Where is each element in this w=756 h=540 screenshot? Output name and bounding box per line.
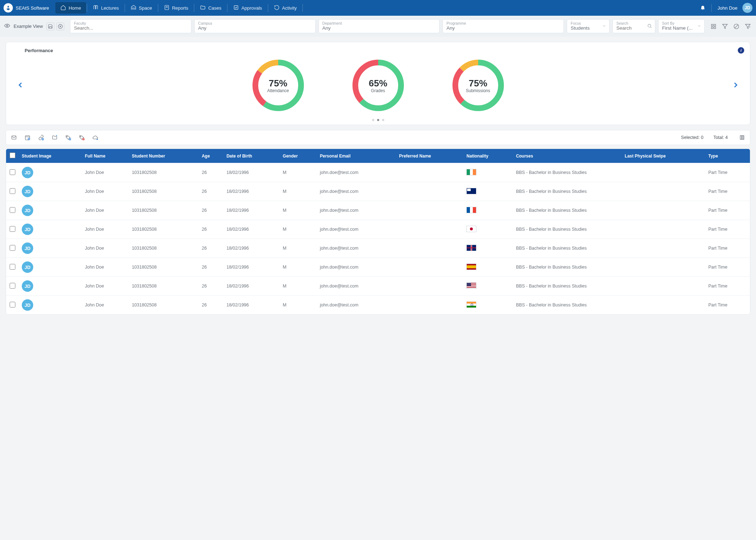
cell-student-number: 1031802508 [129,182,199,201]
row-checkbox[interactable] [10,245,15,251]
row-checkbox[interactable] [10,207,15,213]
filter-label: Faculty [74,21,187,25]
calendar-add-action-icon[interactable] [25,135,30,140]
nav-lectures[interactable]: Lectures [88,2,124,14]
svg-marker-17 [722,24,727,29]
col-header[interactable]: Last Physical Swipe [622,149,705,163]
search-input[interactable] [616,25,651,31]
col-header[interactable]: Full Name [82,149,129,163]
svg-point-42 [67,136,67,137]
students-table: Student ImageFull NameStudent NumberAgeD… [6,149,750,315]
link-add-action-icon[interactable] [38,135,44,140]
carousel-prev-button[interactable] [12,79,28,92]
filter-focus[interactable]: Focus Students [567,19,610,33]
user-avatar[interactable]: JD [742,3,752,13]
table-row[interactable]: JD John Doe 1031802508 26 18/02/1996 M j… [6,277,750,296]
nav-home[interactable]: Home [55,2,86,14]
row-checkbox[interactable] [10,283,15,289]
row-checkbox[interactable] [10,188,15,194]
visibility-icon[interactable] [4,23,10,30]
svg-line-12 [651,27,652,28]
carousel-dot[interactable] [377,119,379,121]
save-view-button[interactable] [46,22,54,30]
donut-attendance: 75% Attendance [250,57,307,114]
cell-preferred-name [396,163,464,182]
tag-add-action-icon[interactable] [65,135,71,140]
nav-activity[interactable]: Activity [269,2,302,14]
bell-icon[interactable] [700,5,706,11]
faculty-search-input[interactable] [74,25,187,31]
cell-gender: M [280,201,317,220]
col-header[interactable]: Type [705,149,750,163]
filter-search[interactable]: Search [612,19,655,33]
cell-nationality [464,201,513,220]
nav-approvals[interactable]: Approvals [228,2,267,14]
row-checkbox[interactable] [10,226,15,232]
advanced-filter-icon[interactable] [744,22,752,30]
filter-department[interactable]: Department Any [319,19,440,33]
carousel-dot[interactable] [372,119,374,121]
filter-sort[interactable]: Sort By First Name (... [658,19,705,33]
select-all-checkbox[interactable] [10,152,15,158]
info-icon[interactable]: i [738,47,744,54]
nav-space[interactable]: Space [126,2,157,14]
col-header[interactable]: Student Image [19,149,82,163]
student-avatar: JD [22,186,33,197]
table-row[interactable]: JD John Doe 1031802508 26 18/02/1996 M j… [6,201,750,220]
col-header[interactable]: Personal Email [317,149,396,163]
cell-gender: M [280,220,317,239]
table-row[interactable]: JD John Doe 1031802508 26 18/02/1996 M j… [6,182,750,201]
cell-courses: BBS - Bachelor in Business Studies [513,277,622,296]
columns-icon[interactable] [739,135,745,140]
cases-icon [200,5,206,11]
col-header[interactable]: Gender [280,149,317,163]
col-header[interactable]: Preferred Name [396,149,464,163]
brand: SEAtS Software [4,3,49,12]
row-checkbox[interactable] [10,302,15,308]
cell-nationality [464,296,513,315]
nav-reports[interactable]: Reports [159,2,194,14]
disable-filter-icon[interactable] [732,22,740,30]
separator [711,4,712,12]
approvals-icon [233,5,239,11]
carousel-dot[interactable] [382,119,384,121]
row-checkbox[interactable] [10,169,15,175]
cell-nationality [464,239,513,258]
col-header[interactable]: Date of Birth [224,149,280,163]
filter-campus[interactable]: Campus Any [194,19,316,33]
table-row[interactable]: JD John Doe 1031802508 26 18/02/1996 M j… [6,163,750,182]
col-header[interactable]: Nationality [464,149,513,163]
email-action-icon[interactable] [11,135,17,140]
table-row[interactable]: JD John Doe 1031802508 26 18/02/1996 M j… [6,239,750,258]
filter-value: Any [198,25,312,31]
donut-label: Grades [371,88,385,93]
cloud-export-action-icon[interactable] [92,135,98,140]
cell-last-swipe [622,163,705,182]
table-row[interactable]: JD John Doe 1031802508 26 18/02/1996 M j… [6,258,750,277]
nav-label: Activity [282,5,297,11]
select-all-header[interactable] [6,149,19,163]
cell-preferred-name [396,201,464,220]
cell-preferred-name [396,258,464,277]
filter-icon[interactable] [721,22,729,30]
col-header[interactable]: Courses [513,149,622,163]
clear-view-button[interactable] [56,22,64,30]
row-checkbox[interactable] [10,264,15,270]
folder-add-action-icon[interactable] [52,135,57,140]
chevron-down-icon [697,24,701,29]
grid-view-icon[interactable] [710,22,717,30]
cell-email: john.doe@test.com [317,182,396,201]
table-row[interactable]: JD John Doe 1031802508 26 18/02/1996 M j… [6,296,750,315]
user-name[interactable]: John Doe [717,5,737,11]
cell-age: 26 [199,163,224,182]
nav-cases[interactable]: Cases [195,2,226,14]
carousel-next-button[interactable] [728,79,744,92]
col-header[interactable]: Student Number [129,149,199,163]
filter-value: Any [446,25,560,31]
filter-programme[interactable]: Programme Any [442,19,564,33]
table-row[interactable]: JD John Doe 1031802508 26 18/02/1996 M j… [6,220,750,239]
cell-type: Part Time [705,163,750,182]
filter-faculty[interactable]: Faculty [70,19,191,33]
tag-remove-action-icon[interactable] [79,135,85,140]
col-header[interactable]: Age [199,149,224,163]
